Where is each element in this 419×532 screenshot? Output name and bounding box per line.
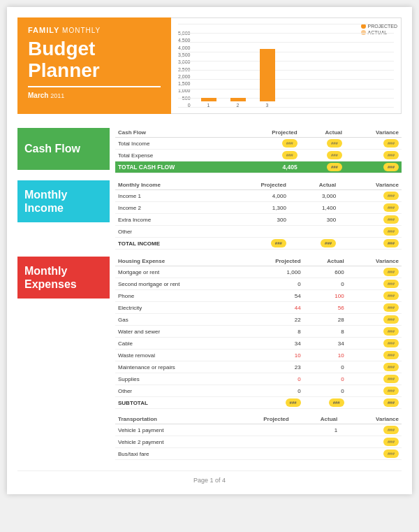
he-supplies-var: ### xyxy=(347,373,402,385)
mi-col-projected: Projected xyxy=(221,180,289,190)
he-gas-name: Gas xyxy=(115,314,244,326)
tr-v1-actual: 1 xyxy=(292,424,341,436)
mi-extra-projected: 300 xyxy=(221,214,289,226)
he-maint-name: Maintenance or repairs xyxy=(115,361,244,373)
cash-flow-section: Cash Flow Cash Flow Projected Actual Var… xyxy=(17,128,402,173)
mi-income1-projected: 4,000 xyxy=(221,190,289,202)
he-phone-actual: 100 xyxy=(304,290,347,302)
cf-expense-variance: ### xyxy=(345,150,402,161)
he-water-proj: 8 xyxy=(244,326,304,338)
he-other-var: ### xyxy=(347,385,402,397)
cf-col-actual: Actual xyxy=(300,128,345,138)
he-cable-var: ### xyxy=(347,338,402,350)
mi-total-projected: ### xyxy=(221,238,289,250)
cash-flow-label: Cash Flow xyxy=(24,142,80,155)
mi-income2-variance: ### xyxy=(339,202,402,214)
he-phone-var: ### xyxy=(347,290,402,302)
mi-other-projected xyxy=(221,226,289,238)
monthly-expenses-label-box: Monthly Expenses xyxy=(17,257,110,299)
chart-y-axis: 0 500 1,000 1,500 2,000 2,500 3,000 3,50… xyxy=(178,31,191,108)
he-gas-var: ### xyxy=(347,314,402,326)
table-row: Cable 34 34 ### xyxy=(115,338,402,350)
monthly-income-table: Monthly Income Projected Actual Variance… xyxy=(115,180,402,250)
mi-other-name: Other xyxy=(115,226,221,238)
mi-extra-variance: ### xyxy=(339,214,402,226)
mi-col-actual: Actual xyxy=(289,180,339,190)
he-maint-actual: 0 xyxy=(304,361,347,373)
cash-flow-content: Cash Flow Projected Actual Variance Tota… xyxy=(115,128,402,173)
he-2ndmortgage-actual: 0 xyxy=(304,278,347,290)
mi-income2-projected: 1,300 xyxy=(221,202,289,214)
tr-v2-actual xyxy=(292,436,341,448)
he-gas-actual: 28 xyxy=(304,314,347,326)
tr-col-variance: Variance xyxy=(340,415,402,424)
table-row: Supplies 0 0 ### xyxy=(115,373,402,385)
table-row: Other ### xyxy=(115,226,402,238)
he-cable-name: Cable xyxy=(115,338,244,350)
table-row: Other 0 0 ### xyxy=(115,385,402,397)
he-mortgage-proj: 1,000 xyxy=(244,266,304,278)
he-water-var: ### xyxy=(347,326,402,338)
cash-flow-label-box: Cash Flow xyxy=(17,128,110,170)
bar-3-projected xyxy=(260,49,275,101)
he-elec-var: ### xyxy=(347,302,402,314)
cf-col-projected: Projected xyxy=(239,128,300,138)
he-maint-var: ### xyxy=(347,361,402,373)
tr-v1-var: ### xyxy=(340,424,402,436)
table-row: Gas 22 28 ### xyxy=(115,314,402,326)
he-waste-proj: 10 xyxy=(244,350,304,361)
table-row: Vehicle 2 payment ### xyxy=(115,436,402,448)
table-row: Mortgage or rent 1,000 600 ### xyxy=(115,266,402,278)
mi-total-variance: ### xyxy=(339,238,402,250)
mi-col-variance: Variance xyxy=(339,180,402,190)
cf-col-name: Cash Flow xyxy=(115,128,239,138)
he-col-name: Housing Expense xyxy=(115,257,244,266)
family-monthly-label: FAMILY MONTHLY xyxy=(28,26,161,34)
monthly-income-content: Monthly Income Projected Actual Variance… xyxy=(115,180,402,250)
he-supplies-actual: 0 xyxy=(304,373,347,385)
monthly-income-section: Monthly Income Monthly Income Projected … xyxy=(17,180,402,250)
mi-total-name: TOTAL INCOME xyxy=(115,238,221,250)
cf-income-projected: ### xyxy=(239,138,300,150)
tr-bus-var: ### xyxy=(340,448,402,460)
mi-extra-name: Extra Income xyxy=(115,214,221,226)
title-line2: Planner xyxy=(28,59,100,81)
tr-v2-proj xyxy=(225,436,291,448)
he-col-variance: Variance xyxy=(347,257,402,266)
monthly-expenses-label-col: Monthly Expenses xyxy=(17,257,115,460)
family-label: FAMILY xyxy=(28,26,59,34)
monthly-label: MONTHLY xyxy=(62,27,101,34)
monthly-income-label: Monthly Income xyxy=(24,188,103,215)
page-header: FAMILY MONTHLY Budget Planner March 2011… xyxy=(17,17,402,114)
table-row: Second mortgage or rent 0 0 ### xyxy=(115,278,402,290)
mi-total-actual: ### xyxy=(289,238,339,250)
chart-columns-area: 1 2 3 xyxy=(194,49,394,108)
table-row: Water and sewer 8 8 ### xyxy=(115,326,402,338)
he-header-row: Housing Expense Projected Actual Varianc… xyxy=(115,257,402,266)
bar-group-1 xyxy=(201,98,216,101)
table-row: Waste removal 10 10 ### xyxy=(115,350,402,361)
budget-planner-title: Budget Planner xyxy=(28,38,161,82)
month-label: March xyxy=(28,92,48,99)
table-row: Electricity 44 56 ### xyxy=(115,302,402,314)
cf-income-name: Total Income xyxy=(115,138,239,150)
tr-col-projected: Projected xyxy=(225,415,291,424)
he-water-name: Water and sewer xyxy=(115,326,244,338)
cash-flow-total-row: TOTAL CASH FLOW 4,405 ### ### xyxy=(115,161,402,173)
tr-bus-name: Bus/taxi fare xyxy=(115,448,225,460)
cf-income-actual: ### xyxy=(300,138,345,150)
he-mortgage-name: Mortgage or rent xyxy=(115,266,244,278)
he-waste-var: ### xyxy=(347,350,402,361)
tr-header-row: Transportation Projected Actual Variance xyxy=(115,415,402,424)
he-cable-proj: 34 xyxy=(244,338,304,350)
mi-total-row: TOTAL INCOME ### ### ### xyxy=(115,238,402,250)
chart-area: 0 500 1,000 1,500 2,000 2,500 3,000 3,50… xyxy=(178,24,394,108)
he-mortgage-var: ### xyxy=(347,266,402,278)
cf-expense-actual: ### xyxy=(300,150,345,161)
he-maint-proj: 23 xyxy=(244,361,304,373)
he-col-projected: Projected xyxy=(244,257,304,266)
table-row: Income 1 4,000 3,000 ### xyxy=(115,190,402,202)
cf-total-actual: ### xyxy=(300,161,345,173)
bar-2-projected xyxy=(230,98,246,101)
cf-expense-name: Total Expense xyxy=(115,150,239,161)
